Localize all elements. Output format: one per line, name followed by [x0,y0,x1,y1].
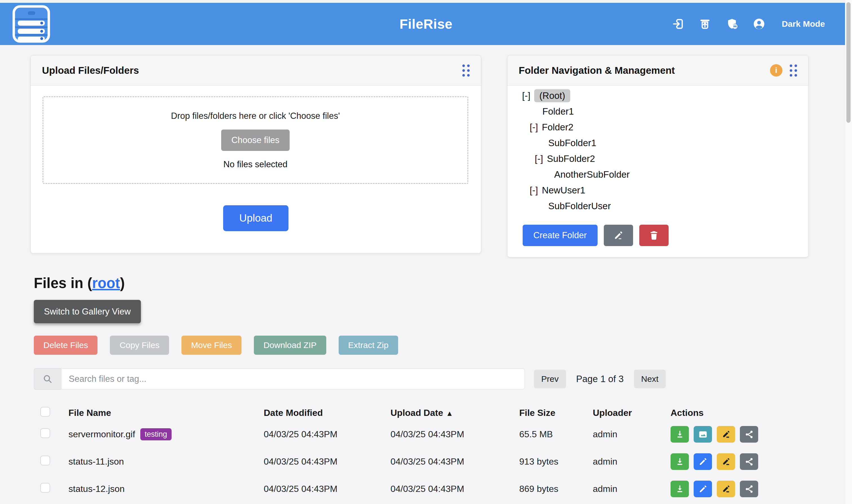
table-header-row: File Name Date Modified Upload Date▲ Fil… [40,405,852,421]
share-button[interactable] [740,426,758,443]
switch-gallery-view-button[interactable]: Switch to Gallery View [34,300,141,323]
upload-card-title: Upload Files/Folders [42,65,462,76]
sort-ascending-icon: ▲ [446,409,453,417]
tag-button[interactable] [717,426,735,443]
column-actions: Actions [671,408,852,418]
row-checkbox[interactable] [40,428,50,438]
uploader: admin [593,429,671,439]
info-icon[interactable]: i [770,64,782,77]
dark-mode-toggle[interactable]: Dark Mode [782,19,825,29]
folder-card-header: Folder Navigation & Management i [507,55,808,86]
folder-navigation-card: Folder Navigation & Management i [-] (Ro… [507,55,808,257]
table-row: status-12.json 04/03/25 04:43PM 04/03/25… [40,475,852,503]
create-folder-button[interactable]: Create Folder [523,225,597,246]
bulk-delete-button[interactable]: Delete Files [34,336,98,355]
search-input[interactable] [61,368,525,390]
upload-date: 04/03/25 04:43PM [390,429,519,439]
logout-icon[interactable] [672,17,684,31]
scrollbar-thumb[interactable] [846,2,851,123]
tree-toggle[interactable]: [-] [530,185,538,196]
file-size: 913 bytes [519,456,593,467]
column-file-name[interactable]: File Name [68,408,264,418]
folder-card-title: Folder Navigation & Management [519,65,770,76]
files-table: File Name Date Modified Upload Date▲ Fil… [0,405,852,503]
tree-item[interactable]: Folder1 [507,104,808,120]
app-header: FileRise [0,3,852,45]
share-button[interactable] [740,453,758,470]
tag-button[interactable] [717,481,735,497]
tree-item[interactable]: AnotherSubFolder [507,167,808,182]
drag-handle-icon[interactable] [462,65,470,77]
root-link[interactable]: root [92,275,120,291]
upload-card: Upload Files/Folders Drop files/folders … [31,55,481,253]
tree-label[interactable]: AnotherSubFolder [554,169,630,180]
tree-item[interactable]: [-] Folder2 [507,120,808,135]
no-files-text: No files selected [223,159,288,169]
download-button[interactable] [671,481,689,497]
column-upload-date[interactable]: Upload Date▲ [390,408,519,418]
tree-label[interactable]: SubFolder2 [547,154,595,164]
edit-button[interactable] [694,481,712,497]
select-all-checkbox[interactable] [40,407,50,417]
tree-item[interactable]: SubFolderUser [507,198,808,214]
files-heading-prefix: Files in ( [34,275,92,291]
tree-label[interactable]: NewUser1 [542,185,585,196]
search-icon [34,368,61,390]
next-page-button[interactable]: Next [634,370,666,388]
file-name: servermonitor.gif [68,429,135,439]
tree-toggle[interactable]: [-] [530,122,538,132]
date-modified: 04/03/25 04:43PM [264,484,390,494]
tree-item[interactable]: SubFolder1 [507,135,808,151]
date-modified: 04/03/25 04:43PM [264,429,390,439]
user-profile-icon[interactable] [752,17,765,31]
bulk-extract-button[interactable]: Extract Zip [338,336,398,355]
bulk-move-button[interactable]: Move Files [181,336,241,355]
row-checkbox[interactable] [40,455,50,465]
file-size: 65.5 MB [519,429,593,439]
tree-toggle[interactable]: [-] [535,154,543,164]
tree-label[interactable]: Folder2 [542,122,573,132]
drag-handle-icon[interactable] [790,65,797,77]
file-size: 869 bytes [519,484,593,494]
tree-item[interactable]: [-] SubFolder2 [507,151,808,167]
download-button[interactable] [671,426,689,443]
column-date-modified[interactable]: Date Modified [264,408,390,418]
tree-label[interactable]: Folder1 [542,106,574,117]
bulk-copy-button[interactable]: Copy Files [110,336,169,355]
bulk-actions-row: Delete FilesCopy FilesMove FilesDownload… [34,336,852,355]
prev-page-button[interactable]: Prev [534,370,566,388]
upload-dropzone[interactable]: Drop files/folders here or click 'Choose… [42,96,468,184]
table-row: servermonitor.gif testing 04/03/25 04:43… [40,421,852,448]
admin-shield-icon[interactable] [726,17,738,31]
tree-item[interactable]: [-] NewUser1 [507,182,808,198]
column-uploader[interactable]: Uploader [593,408,671,418]
edit-button[interactable] [694,453,712,470]
share-button[interactable] [740,481,758,497]
upload-button[interactable]: Upload [223,205,289,231]
choose-files-button[interactable]: Choose files [221,129,290,151]
upload-date: 04/03/25 04:43PM [390,456,519,467]
download-button[interactable] [671,453,689,470]
file-tag-badge: testing [140,428,172,440]
preview-button[interactable] [694,426,712,443]
restore-trash-icon[interactable] [698,17,711,31]
page-scrollbar[interactable] [845,0,852,504]
row-checkbox[interactable] [40,483,50,493]
column-file-size[interactable]: File Size [519,408,593,418]
tree-label[interactable]: SubFolderUser [548,201,611,212]
folder-tree: [-] (Root) Folder1 [-] Folder2 SubFolder… [507,88,808,214]
bulk-zip-button[interactable]: Download ZIP [254,336,326,355]
file-name: status-11.json [68,456,124,467]
rename-folder-button[interactable] [604,225,633,246]
table-body: servermonitor.gif testing 04/03/25 04:43… [40,421,852,503]
tree-label[interactable]: SubFolder1 [548,138,596,148]
tree-label[interactable]: (Root) [534,89,570,102]
date-modified: 04/03/25 04:43PM [264,456,390,467]
delete-folder-button[interactable] [639,225,668,246]
tag-button[interactable] [717,453,735,470]
file-name: status-12.json [68,484,124,494]
filerise-app: FileRise [0,0,852,504]
tree-item[interactable]: [-] (Root) [507,88,808,104]
uploader: admin [593,456,671,467]
tree-toggle[interactable]: [-] [522,90,530,101]
